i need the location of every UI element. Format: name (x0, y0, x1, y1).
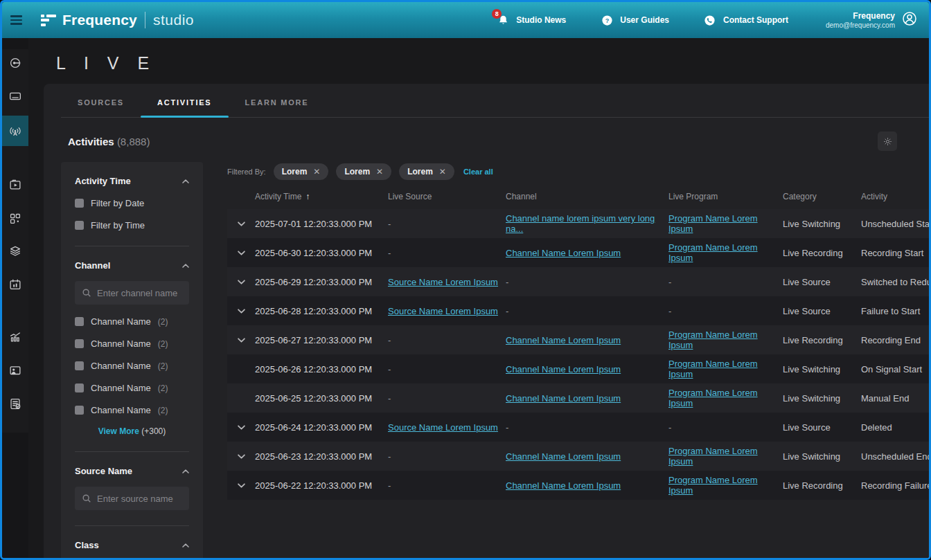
live-program-link[interactable]: Program Name Lorem Ipsum (668, 475, 758, 496)
activities-table-body: 2025-07-01 12:20:33.000 PM-Channel name … (227, 209, 929, 500)
live-source: - (388, 335, 391, 345)
channel-link[interactable]: Channel Name Lorem Ipsum (506, 393, 621, 404)
activity: Recording Failure (861, 480, 929, 491)
top-header: Frequency studio 8 Studio News ? User Gu… (2, 2, 929, 38)
analytics-chart-icon (8, 329, 23, 345)
live-program-link[interactable]: Program Name Lorem Ipsum (668, 213, 758, 234)
category: Live Recording (783, 480, 843, 491)
remove-chip-icon[interactable]: ✕ (376, 168, 383, 176)
live-program-link[interactable]: Program Name Lorem Ipsum (668, 446, 758, 467)
filter-section-class[interactable]: Class (75, 540, 189, 550)
live-program-link[interactable]: Program Name Lorem Ipsum (668, 329, 758, 350)
live-program-link[interactable]: Program Name Lorem Ipsum (668, 242, 758, 263)
filter-chip[interactable]: Lorem ✕ (274, 163, 329, 180)
chevron-down-icon (238, 338, 245, 343)
sidebar-item-reports[interactable] (2, 390, 28, 417)
table-row: 2025-06-24 12:20:33.000 PMSource Name Lo… (227, 413, 929, 442)
filter-chip[interactable]: Lorem ✕ (399, 163, 454, 180)
checkbox (75, 406, 84, 415)
live-source: - (388, 248, 391, 258)
channel: - (506, 306, 508, 316)
checkbox-channel-name[interactable]: Channel Name (2) (75, 405, 189, 415)
expand-row-button[interactable] (227, 280, 255, 284)
filter-section-source-name[interactable]: Source Name (75, 466, 189, 476)
checkbox-channel-name[interactable]: Channel Name (2) (75, 338, 189, 349)
activity-time: 2025-06-26 12:20:33.000 PM (255, 364, 372, 374)
channel-link[interactable]: Channel Name Lorem Ipsum (506, 364, 621, 374)
activity-time: 2025-06-30 12:20:33.000 PM (255, 248, 372, 258)
dashboard-grid-icon (8, 210, 23, 226)
sidebar-item-dashboard[interactable] (2, 204, 28, 232)
view-more-link[interactable]: View More (+300) (75, 426, 189, 436)
filter-section-activity-time[interactable]: Activity Time (75, 176, 189, 186)
expand-row-button[interactable] (227, 251, 255, 255)
live-source-link[interactable]: Source Name Lorem Ipsum (388, 306, 498, 316)
sidebar-item-encoder[interactable] (2, 82, 28, 110)
channel-search-input[interactable] (97, 288, 182, 298)
contact-support-button[interactable]: Contact Support (702, 12, 788, 28)
activity-time: 2025-06-23 12:20:33.000 PM (255, 451, 372, 462)
table-row: 2025-06-26 12:20:33.000 PM-Channel Name … (227, 354, 929, 383)
live-source: - (388, 364, 391, 374)
remove-chip-icon[interactable]: ✕ (439, 168, 446, 176)
table-row: 2025-06-28 12:20:33.000 PMSource Name Lo… (227, 296, 929, 325)
clear-all-link[interactable]: Clear all (463, 168, 493, 176)
live-panel: SOURCES ACTIVITIES LEARN MORE Activities… (44, 84, 929, 558)
schedule-calendar-icon (8, 277, 23, 292)
tab-sources[interactable]: SOURCES (61, 88, 141, 117)
checkbox-channel-name[interactable]: Channel Name (2) (75, 383, 189, 393)
live-program-link[interactable]: Program Name Lorem Ipsum (668, 359, 758, 379)
checkbox-channel-name[interactable]: Channel Name (2) (75, 316, 189, 327)
channel-link[interactable]: Channel Name Lorem Ipsum (506, 480, 621, 491)
source-search-input[interactable] (97, 494, 182, 504)
tab-activities[interactable]: ACTIVITIES (141, 88, 229, 117)
live-source: - (388, 451, 391, 462)
channel-link[interactable]: Channel Name Lorem Ipsum (506, 335, 621, 345)
studio-news-button[interactable]: 8 Studio News (495, 12, 566, 28)
expand-row-button[interactable] (227, 338, 255, 343)
sidebar-item-live-broadcast[interactable] (2, 116, 28, 146)
tab-learn-more[interactable]: LEARN MORE (229, 88, 326, 117)
expand-row-button[interactable] (227, 483, 255, 488)
account-menu[interactable]: Frequency demo@frequency.com (826, 10, 918, 30)
live-source-link[interactable]: Source Name Lorem Ipsum (388, 277, 498, 287)
user-avatar-icon (901, 10, 918, 30)
expand-row-button[interactable] (227, 309, 255, 314)
live-program-link[interactable]: Program Name Lorem Ipsum (668, 388, 758, 408)
expand-row-button[interactable] (227, 454, 255, 459)
brand-logo[interactable]: Frequency studio (41, 12, 194, 28)
expand-row-button[interactable] (227, 222, 255, 226)
filter-panel: Activity Time Filter by Date Filter by T… (61, 162, 203, 558)
presenter-screen-icon (8, 363, 23, 378)
sidebar-item-presenter[interactable] (2, 356, 28, 384)
channel-link[interactable]: Channel Name Lorem Ipsum (506, 451, 621, 462)
filtered-by-label: Filtered By: (227, 168, 266, 176)
sidebar-item-video-library[interactable] (2, 171, 28, 199)
filter-section-channel[interactable]: Channel (75, 260, 189, 271)
live-source-link[interactable]: Source Name Lorem Ipsum (388, 422, 498, 433)
channel-link[interactable]: Channel Name Lorem Ipsum (506, 248, 621, 258)
filter-chip[interactable]: Lorem ✕ (336, 163, 391, 180)
menu-icon[interactable] (10, 15, 26, 25)
sidebar-item-schedule[interactable] (2, 271, 28, 298)
nav-label: Contact Support (723, 15, 788, 25)
checkbox-channel-name[interactable]: Channel Name (2) (75, 361, 189, 371)
column-header-live-source: Live Source (388, 192, 506, 201)
live-status-icon (8, 55, 23, 71)
column-header-activity-time[interactable]: Activity Time↑ (255, 192, 388, 201)
sidebar-item-collections[interactable] (2, 237, 28, 265)
sidebar-item-live-status[interactable] (2, 49, 28, 77)
remove-chip-icon[interactable]: ✕ (313, 168, 320, 176)
activities-heading: Activities (8,888) (68, 136, 150, 147)
checkbox-filter-by-date[interactable]: Filter by Date (75, 198, 189, 208)
settings-button[interactable] (878, 132, 897, 151)
channel: - (506, 277, 508, 287)
table-row: 2025-06-25 12:20:33.000 PM-Channel Name … (227, 383, 929, 413)
expand-row-button[interactable] (227, 425, 255, 430)
user-guides-button[interactable]: ? User Guides (599, 12, 669, 28)
live-program: - (668, 306, 671, 316)
chevron-down-icon (238, 222, 245, 226)
channel-link[interactable]: Channel name lorem ipsum very long na... (506, 213, 655, 234)
checkbox-filter-by-time[interactable]: Filter by Time (75, 220, 189, 231)
sidebar-item-analytics[interactable] (2, 323, 28, 351)
